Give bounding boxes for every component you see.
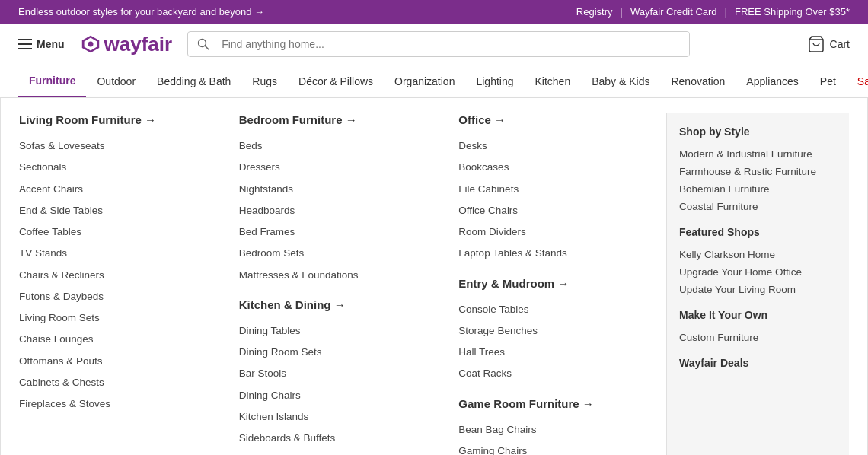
- list-item[interactable]: Laptop Tables & Stands: [458, 243, 666, 264]
- right-section-title: Wayfair Deals: [679, 357, 837, 369]
- nav-item-renovation[interactable]: Renovation: [660, 66, 736, 97]
- list-item[interactable]: Beds: [239, 135, 447, 157]
- nav-item-d-cor---pillows[interactable]: Décor & Pillows: [288, 66, 384, 97]
- nav-item-pet[interactable]: Pet: [809, 66, 847, 97]
- list-item[interactable]: File Cabinets: [458, 179, 666, 200]
- right-section-title: Shop by Style: [679, 126, 837, 138]
- list-item[interactable]: Desks: [458, 135, 666, 157]
- list-item[interactable]: Accent Chairs: [19, 179, 227, 200]
- list-item[interactable]: Cabinets & Chests: [19, 372, 227, 393]
- list-item[interactable]: Farmhouse & Rustic Furniture: [679, 163, 837, 180]
- nav-bar: FurnitureOutdoorBedding & BathRugsDécor …: [0, 65, 868, 98]
- dropdown-menu: Living Room Furniture → Sofas & Loveseat…: [0, 98, 868, 455]
- list-item[interactable]: Bed Frames: [239, 221, 447, 243]
- list-item[interactable]: Update Your Living Room: [679, 281, 837, 298]
- list-item[interactable]: Dining Tables: [239, 320, 447, 342]
- nav-item-bedding---bath[interactable]: Bedding & Bath: [146, 66, 241, 97]
- right-panel: Shop by StyleModern & Industrial Furnitu…: [666, 113, 849, 455]
- list-item[interactable]: Dressers: [239, 157, 447, 178]
- list-item[interactable]: Coastal Furniture: [679, 198, 837, 215]
- dropdown-col-living-room: Living Room Furniture → Sofas & Loveseat…: [19, 113, 239, 455]
- list-item[interactable]: Gaming Chairs: [458, 441, 666, 455]
- list-item[interactable]: Chaise Lounges: [19, 329, 227, 350]
- svg-line-4: [206, 46, 209, 50]
- search-input[interactable]: [219, 32, 689, 56]
- list-item[interactable]: Headboards: [239, 200, 447, 221]
- list-item[interactable]: Futons & Daybeds: [19, 286, 227, 307]
- list-item[interactable]: Sectionals: [19, 157, 227, 178]
- nav-item-lighting[interactable]: Lighting: [465, 66, 524, 97]
- menu-label: Menu: [37, 38, 65, 50]
- header: Menu wayfair Cart: [0, 24, 868, 65]
- list-item[interactable]: TV Stands: [19, 243, 227, 264]
- list-item[interactable]: Custom Furniture: [679, 329, 837, 346]
- banner-left[interactable]: Endless outdoor styles for your backyard…: [18, 6, 264, 18]
- office-header[interactable]: Office →: [458, 113, 666, 126]
- list-item[interactable]: Storage Benches: [458, 320, 666, 342]
- list-item[interactable]: Mattresses & Foundations: [239, 265, 447, 286]
- cart-label: Cart: [830, 38, 850, 50]
- logo[interactable]: wayfair: [80, 33, 173, 56]
- nav-item-organization[interactable]: Organization: [384, 66, 465, 97]
- nav-item-appliances[interactable]: Appliances: [736, 66, 809, 97]
- list-item[interactable]: Bedroom Sets: [239, 243, 447, 264]
- right-section-title: Make It Your Own: [679, 309, 837, 321]
- banner-free-shipping[interactable]: FREE Shipping Over $35*: [735, 6, 850, 18]
- list-item[interactable]: Ottomans & Poufs: [19, 351, 227, 372]
- top-banner: Endless outdoor styles for your backyard…: [0, 0, 868, 24]
- list-item[interactable]: Coffee Tables: [19, 221, 227, 243]
- list-item[interactable]: Living Room Sets: [19, 307, 227, 329]
- nav-item-furniture[interactable]: Furniture: [18, 65, 86, 97]
- list-item[interactable]: Sofas & Loveseats: [19, 135, 227, 157]
- list-item[interactable]: Office Chairs: [458, 200, 666, 221]
- list-item[interactable]: Chairs & Recliners: [19, 265, 227, 286]
- cart-button[interactable]: Cart: [807, 35, 850, 53]
- hamburger-icon: [18, 39, 32, 49]
- hamburger-menu-button[interactable]: Menu: [18, 38, 65, 50]
- logo-text: wayfair: [104, 33, 173, 56]
- nav-item-sale[interactable]: Sale: [847, 66, 868, 97]
- search-bar[interactable]: [187, 31, 690, 57]
- bedroom-header[interactable]: Bedroom Furniture →: [239, 113, 447, 126]
- entry-mudroom-header[interactable]: Entry & Mudroom →: [458, 277, 666, 290]
- list-item[interactable]: Kitchen Islands: [239, 406, 447, 428]
- living-room-header[interactable]: Living Room Furniture →: [19, 113, 227, 126]
- banner-registry[interactable]: Registry: [576, 6, 613, 18]
- nav-item-outdoor[interactable]: Outdoor: [86, 66, 146, 97]
- right-section-title: Featured Shops: [679, 226, 837, 238]
- svg-point-2: [88, 42, 93, 47]
- cart-icon: [807, 35, 825, 53]
- list-item[interactable]: End & Side Tables: [19, 200, 227, 221]
- list-item[interactable]: Bar Stools: [239, 363, 447, 384]
- game-room-header[interactable]: Game Room Furniture →: [458, 397, 666, 410]
- list-item[interactable]: Bookcases: [458, 157, 666, 178]
- nav-item-kitchen[interactable]: Kitchen: [525, 66, 582, 97]
- dropdown-col-office: Office → DesksBookcasesFile CabinetsOffi…: [458, 113, 666, 455]
- list-item[interactable]: Dining Room Sets: [239, 342, 447, 363]
- nav-item-rugs[interactable]: Rugs: [241, 66, 288, 97]
- search-icon: [188, 32, 219, 56]
- list-item[interactable]: Hall Trees: [458, 342, 666, 363]
- logo-icon: [80, 33, 101, 55]
- dropdown-columns: Living Room Furniture → Sofas & Loveseat…: [19, 113, 666, 455]
- list-item[interactable]: Console Tables: [458, 299, 666, 320]
- banner-right: Registry | Wayfair Credit Card | FREE Sh…: [576, 6, 850, 18]
- list-item[interactable]: Nightstands: [239, 179, 447, 200]
- list-item[interactable]: Kelly Clarkson Home: [679, 246, 837, 263]
- banner-credit-card[interactable]: Wayfair Credit Card: [630, 6, 717, 18]
- list-item[interactable]: Upgrade Your Home Office: [679, 263, 837, 281]
- list-item[interactable]: Modern & Industrial Furniture: [679, 145, 837, 163]
- list-item[interactable]: Dining Chairs: [239, 385, 447, 406]
- list-item[interactable]: Coat Racks: [458, 363, 666, 384]
- list-item[interactable]: Room Dividers: [458, 221, 666, 243]
- dropdown-col-bedroom: Bedroom Furniture → BedsDressersNightsta…: [239, 113, 459, 455]
- list-item[interactable]: Bean Bag Chairs: [458, 419, 666, 441]
- nav-item-baby---kids[interactable]: Baby & Kids: [581, 66, 660, 97]
- list-item[interactable]: Fireplaces & Stoves: [19, 393, 227, 415]
- list-item[interactable]: Sideboards & Buffets: [239, 428, 447, 449]
- list-item[interactable]: Bohemian Furniture: [679, 180, 837, 198]
- banner-promo-text[interactable]: Endless outdoor styles for your backyard…: [18, 6, 264, 18]
- kitchen-dining-header[interactable]: Kitchen & Dining →: [239, 298, 447, 311]
